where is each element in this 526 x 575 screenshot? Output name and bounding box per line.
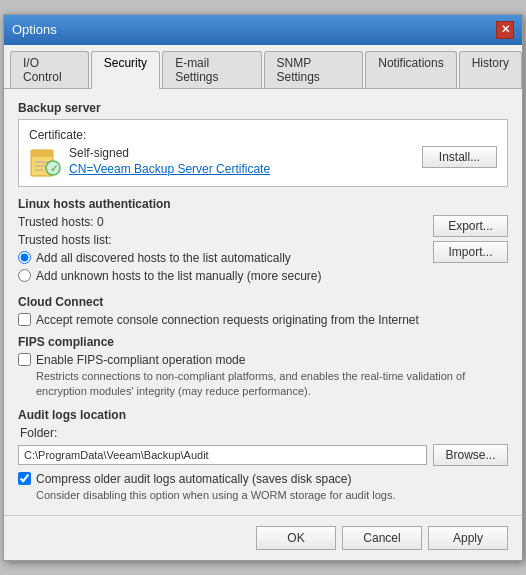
cert-type: Self-signed	[69, 146, 414, 160]
tab-history[interactable]: History	[459, 51, 522, 88]
content-area: Backup server Certificate: ✓ S	[4, 89, 522, 515]
tab-snmp-settings[interactable]: SNMP Settings	[264, 51, 364, 88]
cloud-connect-label[interactable]: Accept remote console connection request…	[36, 313, 419, 327]
audit-title: Audit logs location	[18, 408, 508, 422]
tab-security[interactable]: Security	[91, 51, 160, 89]
compress-label[interactable]: Compress older audit logs automatically …	[36, 472, 351, 486]
export-button[interactable]: Export...	[433, 215, 508, 237]
svg-text:✓: ✓	[50, 163, 58, 174]
linux-auth-left: Trusted hosts: 0 Trusted hosts list: Add…	[18, 215, 425, 287]
import-button[interactable]: Import...	[433, 241, 508, 263]
trusted-hosts-count-row: Trusted hosts: 0	[18, 215, 425, 229]
cancel-button[interactable]: Cancel	[342, 526, 422, 550]
backup-server-box: Certificate: ✓ Self-signed CN=Vee	[18, 119, 508, 187]
linux-auth-section: Linux hosts authentication Trusted hosts…	[18, 197, 508, 287]
trusted-hosts-label: Trusted hosts:	[18, 215, 94, 229]
apply-button[interactable]: Apply	[428, 526, 508, 550]
radio-auto-label: Add all discovered hosts to the list aut…	[36, 251, 291, 265]
folder-input[interactable]	[18, 445, 427, 465]
ok-button[interactable]: OK	[256, 526, 336, 550]
window-title: Options	[12, 22, 57, 37]
cert-info: Self-signed CN=Veeam Backup Server Certi…	[69, 146, 414, 176]
compress-checkbox[interactable]	[18, 472, 31, 485]
radio-auto[interactable]	[18, 251, 31, 264]
certificate-icon: ✓	[29, 146, 61, 178]
tab-bar: I/O Control Security E-mail Settings SNM…	[4, 45, 522, 89]
title-bar: Options ✕	[4, 15, 522, 45]
compress-description: Consider disabling this option when usin…	[36, 488, 508, 503]
fips-description: Restricts connections to non-compliant p…	[36, 369, 508, 400]
cloud-connect-checkbox[interactable]	[18, 313, 31, 326]
linux-auth-title: Linux hosts authentication	[18, 197, 508, 211]
folder-row: Browse...	[18, 444, 508, 466]
radio-row-1: Add all discovered hosts to the list aut…	[18, 251, 425, 265]
tab-email-settings[interactable]: E-mail Settings	[162, 51, 261, 88]
tab-io-control[interactable]: I/O Control	[10, 51, 89, 88]
options-window: Options ✕ I/O Control Security E-mail Se…	[3, 14, 523, 561]
fips-checkbox-row: Enable FIPS-compliant operation mode	[18, 353, 508, 367]
trusted-hosts-count: 0	[97, 215, 104, 229]
radio-label-1[interactable]: Add all discovered hosts to the list aut…	[18, 251, 291, 265]
tab-notifications[interactable]: Notifications	[365, 51, 456, 88]
certificate-row: ✓ Self-signed CN=Veeam Backup Server Cer…	[29, 146, 497, 178]
footer: OK Cancel Apply	[4, 515, 522, 560]
compress-row: Compress older audit logs automatically …	[18, 472, 508, 486]
linux-auth-buttons: Export... Import...	[433, 215, 508, 263]
cert-link[interactable]: CN=Veeam Backup Server Certificate	[69, 162, 270, 176]
linux-auth-content: Trusted hosts: 0 Trusted hosts list: Add…	[18, 215, 508, 287]
cloud-connect-section: Cloud Connect Accept remote console conn…	[18, 295, 508, 327]
install-btn-container: Install...	[422, 146, 497, 168]
certificate-label: Certificate:	[29, 128, 497, 142]
cloud-connect-title: Cloud Connect	[18, 295, 508, 309]
radio-manual[interactable]	[18, 269, 31, 282]
fips-title: FIPS compliance	[18, 335, 508, 349]
radio-manual-label: Add unknown hosts to the list manually (…	[36, 269, 321, 283]
folder-label: Folder:	[20, 426, 508, 440]
backup-server-title: Backup server	[18, 101, 508, 115]
install-button[interactable]: Install...	[422, 146, 497, 168]
svg-rect-1	[31, 150, 53, 157]
radio-label-2[interactable]: Add unknown hosts to the list manually (…	[18, 269, 321, 283]
trusted-hosts-list-label: Trusted hosts list:	[18, 233, 425, 247]
cloud-connect-checkbox-row: Accept remote console connection request…	[18, 313, 508, 327]
backup-server-section: Backup server Certificate: ✓ S	[18, 101, 508, 187]
fips-checkbox-label[interactable]: Enable FIPS-compliant operation mode	[36, 353, 245, 367]
fips-checkbox[interactable]	[18, 353, 31, 366]
radio-row-2: Add unknown hosts to the list manually (…	[18, 269, 425, 283]
trusted-hosts-radio-group: Add all discovered hosts to the list aut…	[18, 251, 425, 283]
browse-button[interactable]: Browse...	[433, 444, 508, 466]
fips-section: FIPS compliance Enable FIPS-compliant op…	[18, 335, 508, 400]
close-button[interactable]: ✕	[496, 21, 514, 39]
audit-section: Audit logs location Folder: Browse... Co…	[18, 408, 508, 503]
